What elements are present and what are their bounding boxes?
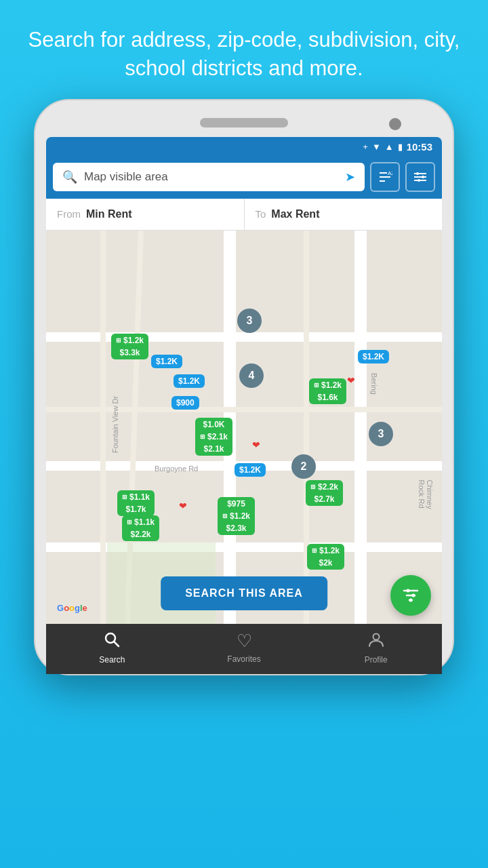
nav-search[interactable]: Search — [46, 631, 178, 665]
listing-pin-10[interactable]: $1.2K — [235, 463, 266, 477]
location-icon: ➤ — [345, 170, 355, 184]
listing-pin-12[interactable]: ⊞$1.2k $2k — [307, 544, 344, 570]
favorites-nav-icon: ♡ — [237, 631, 252, 652]
phone-wrapper: + ▼ ▲ ▮ 10:53 🔍 Map visible area ➤ AZ — [34, 99, 454, 675]
listing-pin-11[interactable]: ⊞$2.2k $2.7k — [306, 480, 343, 506]
search-icon: 🔍 — [62, 170, 77, 184]
max-rent-value: Max Rent — [271, 208, 319, 220]
listing-pin-5[interactable]: $1.2K — [358, 350, 389, 363]
svg-point-22 — [412, 593, 415, 597]
listing-pin-2[interactable]: $1.2K — [151, 355, 182, 368]
listing-pin-13[interactable]: $975 ⊞$1.2k $2.3k — [218, 497, 255, 535]
cluster-pin-1[interactable]: 3 — [237, 309, 262, 333]
filter-button[interactable] — [405, 162, 435, 192]
phone-camera — [389, 118, 401, 130]
heart-2: ❤ — [252, 439, 260, 450]
map-area[interactable]: Fountain View Dr Burgoyne Rd Bering Chim… — [46, 231, 442, 624]
status-time: 10:53 — [407, 141, 432, 153]
status-bar: + ▼ ▲ ▮ 10:53 — [46, 137, 442, 157]
phone-speaker — [200, 118, 288, 127]
nav-favorites[interactable]: ♡ Favorites — [178, 631, 310, 664]
listing-pin-1[interactable]: ⊞$1.2k $3.3k — [111, 334, 148, 359]
heart-1: ❤ — [347, 375, 355, 386]
svg-point-26 — [373, 633, 379, 639]
from-label: From — [57, 208, 81, 220]
svg-rect-12 — [354, 231, 367, 624]
nav-profile[interactable]: Profile — [310, 631, 442, 665]
favorites-nav-label: Favorites — [227, 654, 260, 664]
svg-rect-16 — [100, 231, 106, 624]
signal-icon: ▲ — [385, 142, 394, 152]
cluster-pin-2[interactable]: 4 — [239, 363, 264, 388]
bottom-nav: Search ♡ Favorites Profile — [46, 624, 442, 674]
cluster-pin-3[interactable]: 3 — [369, 422, 393, 446]
listing-pin-8[interactable]: ⊞$1.1k $1.7k — [117, 490, 155, 516]
min-rent-filter[interactable]: From Min Rent — [46, 199, 245, 230]
header-text: Search for address, zip-code, subdivisio… — [27, 26, 461, 83]
cluster-pin-4[interactable]: 2 — [291, 454, 316, 479]
search-area: 🔍 Map visible area ➤ AZ — [46, 157, 442, 199]
svg-text:AZ: AZ — [388, 170, 392, 176]
svg-point-23 — [409, 598, 413, 601]
bluetooth-icon: + — [363, 142, 368, 152]
search-this-area-button[interactable]: SEARCH THIS AREA — [161, 576, 327, 610]
listing-pin-3[interactable]: $1.2K — [174, 374, 205, 388]
min-rent-value: Min Rent — [86, 208, 132, 220]
svg-rect-18 — [46, 407, 442, 412]
wifi-icon: ▼ — [372, 142, 381, 152]
profile-nav-label: Profile — [365, 655, 388, 665]
listing-pin-9[interactable]: ⊞$1.1k $2.2k — [122, 515, 159, 541]
phone-top — [46, 113, 442, 137]
phone-screen: + ▼ ▲ ▮ 10:53 🔍 Map visible area ➤ AZ — [46, 137, 442, 674]
search-input-text[interactable]: Map visible area — [84, 170, 338, 184]
max-rent-filter[interactable]: To Max Rent — [245, 199, 443, 230]
search-nav-icon — [103, 631, 121, 652]
sort-button[interactable]: AZ — [370, 162, 400, 192]
search-nav-label: Search — [99, 655, 125, 665]
svg-line-25 — [114, 642, 119, 646]
filter-fab-button[interactable] — [390, 575, 431, 616]
battery-icon: ▮ — [398, 142, 403, 152]
svg-point-21 — [407, 589, 410, 592]
status-icons: + ▼ ▲ ▮ 10:53 — [363, 141, 432, 153]
rent-filter-row: From Min Rent To Max Rent — [46, 199, 442, 231]
to-label: To — [256, 208, 266, 220]
listing-pin-6[interactable]: ⊞$1.2k $1.6k — [309, 378, 346, 404]
heart-3: ❤ — [179, 500, 187, 511]
header-section: Search for address, zip-code, subdivisio… — [0, 0, 488, 99]
google-logo: Google — [57, 603, 87, 613]
listing-pin-4[interactable]: $900 — [171, 396, 199, 410]
search-box[interactable]: 🔍 Map visible area ➤ — [53, 163, 365, 191]
listing-pin-7[interactable]: $1.0K ⊞$2.1k $2.1k — [195, 418, 232, 456]
profile-nav-icon — [367, 631, 385, 652]
